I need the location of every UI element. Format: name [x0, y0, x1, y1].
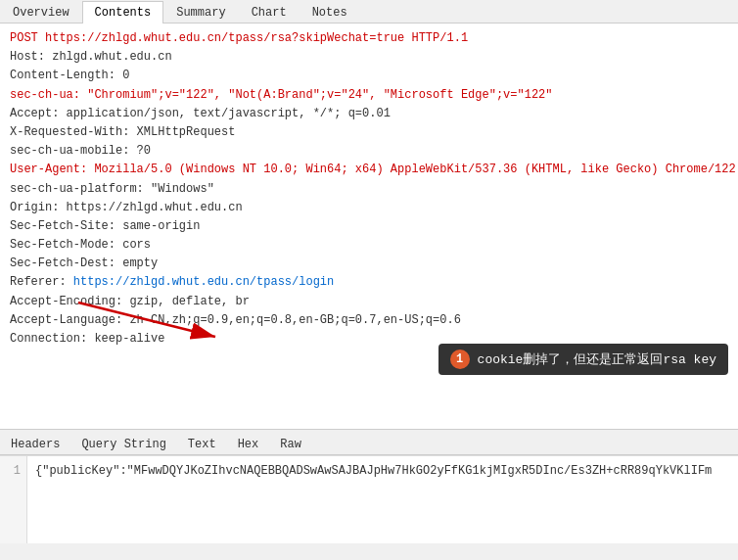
tab-query-string[interactable]: Query String	[70, 433, 176, 455]
content-line-15: Accept-Encoding: gzip, deflate, br	[10, 293, 728, 311]
top-tab-bar: Overview Contents Summary Chart Notes	[0, 0, 738, 23]
bottom-tab-bar: Headers Query String Text Hex Raw	[0, 430, 738, 455]
line-number-1: 1	[0, 456, 27, 543]
referer-label: Referer:	[10, 275, 73, 289]
tab-hex[interactable]: Hex	[227, 433, 270, 455]
tab-summary[interactable]: Summary	[163, 1, 238, 23]
tab-headers[interactable]: Headers	[0, 433, 70, 455]
content-line-16: Accept-Language: zh-CN,zh;q=0.9,en;q=0.8…	[10, 311, 728, 330]
content-line-4: sec-ch-ua: "Chromium";v="122", "Not(A:Br…	[10, 86, 728, 105]
content-line-12: Sec-Fetch-Mode: cors	[10, 236, 728, 255]
tab-overview[interactable]: Overview	[0, 1, 82, 23]
content-line-13: Sec-Fetch-Dest: empty	[10, 255, 728, 273]
code-line-1: {"publicKey":"MFwwDQYJKoZIhvcNAQEBBQADSw…	[27, 456, 719, 543]
referer-link[interactable]: https://zhlgd.whut.edu.cn/tpass/login	[73, 275, 334, 289]
tab-text[interactable]: Text	[177, 433, 227, 455]
tooltip-badge: 1	[450, 350, 470, 369]
tab-raw[interactable]: Raw	[269, 433, 312, 455]
content-line-7: sec-ch-ua-mobile: ?0	[10, 142, 728, 161]
annotation-tooltip: 1 cookie删掉了，但还是正常返回rsa key	[438, 344, 728, 375]
content-line-2: Host: zhlgd.whut.edu.cn	[10, 48, 728, 67]
tab-chart[interactable]: Chart	[239, 1, 300, 23]
tab-notes[interactable]: Notes	[300, 1, 360, 23]
content-line-1: POST https://zhlgd.whut.edu.cn/tpass/rsa…	[10, 29, 728, 48]
content-line-10: Origin: https://zhlgd.whut.edu.cn	[10, 199, 728, 217]
tab-contents[interactable]: Contents	[82, 1, 164, 23]
code-output-area: 1 {"publicKey":"MFwwDQYJKoZIhvcNAQEBBQAD…	[0, 455, 738, 543]
content-line-3: Content-Length: 0	[10, 67, 728, 85]
content-line-8: User-Agent: Mozilla/5.0 (Windows NT 10.0…	[10, 161, 728, 179]
main-content-area: POST https://zhlgd.whut.edu.cn/tpass/rsa…	[0, 23, 738, 430]
content-line-9: sec-ch-ua-platform: "Windows"	[10, 180, 728, 199]
tooltip-text: cookie删掉了，但还是正常返回rsa key	[478, 350, 716, 368]
content-line-11: Sec-Fetch-Site: same-origin	[10, 217, 728, 236]
content-line-14: Referer: https://zhlgd.whut.edu.cn/tpass…	[10, 273, 728, 292]
content-line-5: Accept: application/json, text/javascrip…	[10, 105, 728, 123]
content-line-6: X-Requested-With: XMLHttpRequest	[10, 123, 728, 142]
